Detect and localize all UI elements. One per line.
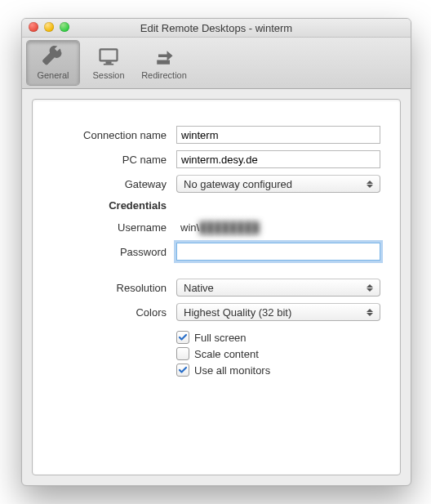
toolbar: General Session Redirection <box>22 38 411 89</box>
pc-name-input[interactable] <box>176 150 380 168</box>
tab-general-label: General <box>37 70 69 80</box>
resolution-select-value: Native <box>184 282 214 294</box>
window-title: Edit Remote Desktops - winterm <box>140 22 292 34</box>
connection-name-input[interactable] <box>176 126 380 144</box>
scale-content-label: Scale content <box>194 348 259 360</box>
tab-general[interactable]: General <box>27 41 79 85</box>
label-pc-name: PC name <box>52 154 176 166</box>
svg-rect-2 <box>104 64 113 65</box>
tab-redirection[interactable]: Redirection <box>138 41 190 85</box>
chevron-updown-icon <box>364 306 375 319</box>
redirection-icon <box>153 46 176 69</box>
scale-content-checkbox[interactable] <box>176 347 189 360</box>
username-prefix: win\ <box>180 221 199 234</box>
use-all-monitors-checkbox[interactable] <box>176 364 189 377</box>
label-resolution: Resolution <box>52 282 176 294</box>
chevron-updown-icon <box>364 281 375 294</box>
monitor-icon <box>97 46 120 69</box>
wrench-icon <box>42 46 64 69</box>
gateway-select-value: No gateway configured <box>184 178 292 190</box>
label-colors: Colors <box>52 306 176 319</box>
check-icon <box>178 365 188 375</box>
full-screen-label: Full screen <box>194 332 247 344</box>
zoom-icon[interactable] <box>60 22 69 32</box>
tab-session-label: Session <box>92 70 124 80</box>
label-connection-name: Connection name <box>52 129 176 141</box>
colors-select-value: Highest Quality (32 bit) <box>184 306 291 319</box>
colors-select[interactable]: Highest Quality (32 bit) <box>176 303 380 321</box>
svg-rect-0 <box>100 49 118 60</box>
gateway-select[interactable]: No gateway configured <box>176 175 380 193</box>
label-password: Password <box>52 246 176 258</box>
check-icon <box>178 332 188 342</box>
label-username: Username <box>52 221 176 234</box>
full-screen-checkbox[interactable] <box>176 331 189 344</box>
use-all-monitors-label: Use all monitors <box>194 364 270 377</box>
resolution-select[interactable]: Native <box>176 279 380 297</box>
tab-session[interactable]: Session <box>82 41 135 85</box>
label-gateway: Gateway <box>52 178 176 190</box>
form-panel: Connection name PC name Gateway No gatew… <box>32 99 401 475</box>
window: Edit Remote Desktops - winterm General S… <box>21 18 411 486</box>
tab-redirection-label: Redirection <box>141 70 187 80</box>
svg-rect-1 <box>106 61 112 64</box>
close-icon[interactable] <box>29 22 38 32</box>
titlebar: Edit Remote Desktops - winterm <box>22 19 411 38</box>
chevron-updown-icon <box>364 177 375 190</box>
username-hidden: ████████ <box>199 221 260 234</box>
minimize-icon[interactable] <box>44 22 54 32</box>
window-controls <box>29 22 69 32</box>
label-credentials: Credentials <box>52 199 176 212</box>
svg-rect-3 <box>157 60 170 65</box>
password-input[interactable] <box>176 243 380 261</box>
